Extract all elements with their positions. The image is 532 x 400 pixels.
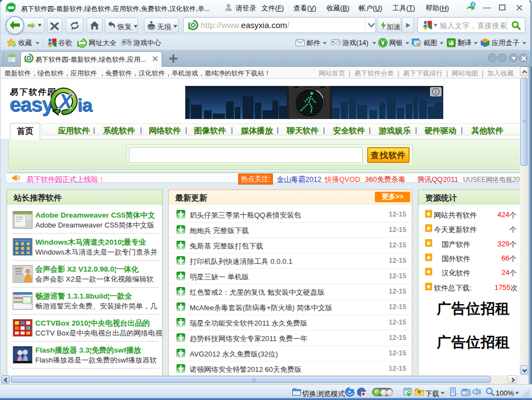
svg-text:i: i (435, 89, 437, 95)
svg-text:译: 译 (448, 40, 454, 46)
svg-text:5: 5 (472, 2, 474, 7)
svg-text:X: X (58, 90, 73, 113)
